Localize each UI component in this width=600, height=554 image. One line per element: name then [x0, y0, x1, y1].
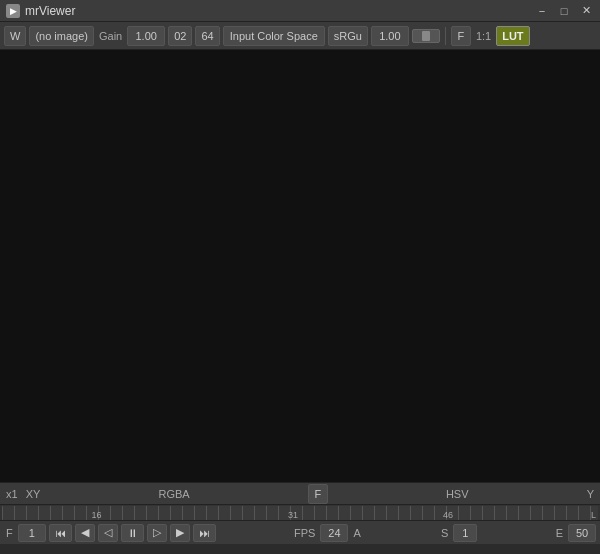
timeline-marker-46: 46 — [443, 510, 453, 520]
w-button[interactable]: W — [4, 26, 26, 46]
controls-bar: F ⏮ ◀ ◁ ⏸ ▷ ▶ ⏭ FPS A S E — [0, 520, 600, 544]
timeline-marker-l: L — [591, 510, 596, 520]
prev-button[interactable]: ◁ — [98, 524, 118, 542]
gamma-input[interactable] — [371, 26, 409, 46]
go-end-button[interactable]: ⏭ — [193, 524, 216, 542]
app-icon-glyph: ▶ — [10, 6, 17, 16]
s-label: S — [439, 527, 450, 539]
channel-64-button[interactable]: 64 — [195, 26, 219, 46]
toolbar: W (no image) Gain 02 64 Input Color Spac… — [0, 22, 600, 50]
frame-input[interactable] — [18, 524, 46, 542]
status-bar: x1 XY RGBA F HSV Y — [0, 482, 600, 504]
prev-frame-button[interactable]: ◀ — [75, 524, 95, 542]
slider-widget[interactable] — [412, 29, 440, 43]
input-color-space-button[interactable]: Input Color Space — [223, 26, 325, 46]
app-icon: ▶ — [6, 4, 20, 18]
fps-label: FPS — [292, 527, 317, 539]
go-start-button[interactable]: ⏮ — [49, 524, 72, 542]
timeline-bar[interactable]: 16 31 46 L — [0, 504, 600, 520]
lut-button[interactable]: LUT — [496, 26, 529, 46]
no-image-button[interactable]: (no image) — [29, 26, 94, 46]
next-button[interactable]: ▷ — [147, 524, 167, 542]
gain-label: Gain — [97, 30, 124, 42]
play-pause-button[interactable]: ⏸ — [121, 524, 144, 542]
toolbar-separator-1 — [445, 27, 446, 45]
channel-02-button[interactable]: 02 — [168, 26, 192, 46]
f-button[interactable]: F — [451, 26, 471, 46]
zoom-label: x1 — [6, 488, 18, 500]
title-bar-left: ▶ mrViewer — [6, 4, 75, 18]
y-label: Y — [587, 488, 594, 500]
close-button[interactable]: ✕ — [578, 3, 594, 19]
next-frame-button[interactable]: ▶ — [170, 524, 190, 542]
e-label: E — [554, 527, 565, 539]
title-text: mrViewer — [25, 4, 75, 18]
timeline-track[interactable]: 16 31 46 L — [2, 506, 598, 520]
timeline-marker-31: 31 — [288, 510, 298, 520]
gain-input[interactable] — [127, 26, 165, 46]
a-label: A — [351, 527, 362, 539]
channels-label: RGBA — [158, 488, 189, 500]
s-input[interactable] — [453, 524, 477, 542]
title-bar: ▶ mrViewer − □ ✕ — [0, 0, 600, 22]
e-input[interactable] — [568, 524, 596, 542]
title-bar-controls: − □ ✕ — [534, 3, 594, 19]
main-canvas — [0, 50, 600, 482]
frame-label: F — [4, 527, 15, 539]
minimize-button[interactable]: − — [534, 3, 550, 19]
ratio-label: 1:1 — [474, 30, 493, 42]
colormode-label: HSV — [446, 488, 469, 500]
timeline-marker-16: 16 — [91, 510, 101, 520]
fps-input[interactable] — [320, 524, 348, 542]
colorspace-value: sRGu — [328, 26, 368, 46]
frame-f-button[interactable]: F — [308, 484, 328, 504]
maximize-button[interactable]: □ — [556, 3, 572, 19]
coords-label: XY — [26, 488, 41, 500]
